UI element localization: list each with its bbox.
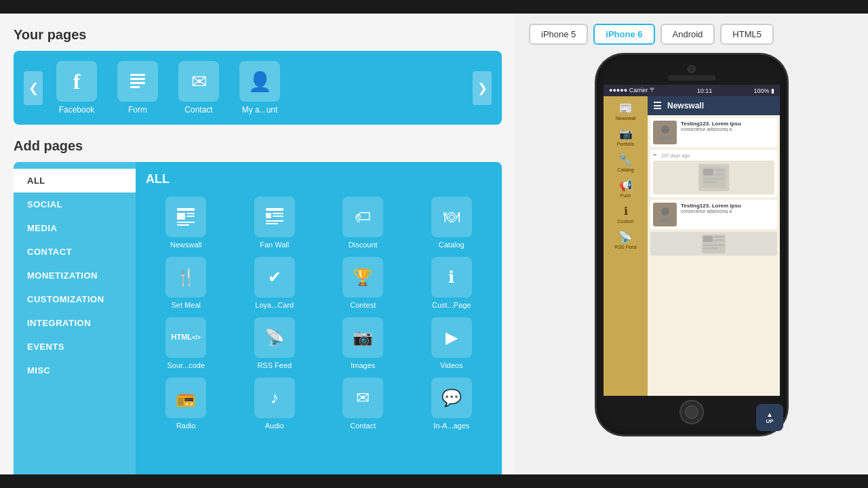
grid-sourcecode[interactable]: HTML</> Sour...code [146, 317, 226, 369]
category-social[interactable]: SOCIAL [14, 192, 136, 216]
page-facebook[interactable]: f Facebook [50, 61, 104, 115]
grid-images[interactable]: 📷 Images [323, 317, 403, 369]
grid-rssfeed[interactable]: 📡 RSS Feed [235, 317, 315, 369]
iphone5-btn[interactable]: iPhone 5 [529, 24, 588, 45]
discount-label: Discount [349, 241, 378, 249]
items-section-title: ALL [146, 172, 492, 186]
device-selector: iPhone 5 iPhone 6 Android HTML5 [529, 24, 774, 45]
sidebar-custom[interactable]: ℹ Custom [617, 205, 633, 224]
page-facebook-label: Facebook [59, 105, 95, 115]
svg-rect-15 [266, 223, 278, 224]
grid-videos[interactable]: ▶ Videos [412, 317, 492, 369]
top-bar [0, 0, 868, 14]
android-btn[interactable]: Android [660, 24, 715, 45]
news-item-2[interactable]: Testing123. Lorem ipsu consectetur adipi… [650, 200, 777, 229]
grid-audio[interactable]: ♪ Audio [235, 378, 315, 430]
news-desc-2: consectetur adipiscing a [681, 209, 774, 214]
newswall-label: Newswall [170, 241, 201, 249]
grid-contest[interactable]: 🏆 Contest [323, 257, 403, 309]
loyaltycard-label: Loya...Card [255, 301, 294, 309]
sourcecode-icon: HTML</> [165, 317, 206, 358]
add-pages-container: ALL SOCIAL MEDIA CONTACT MONETIZATION CU… [14, 162, 502, 474]
news-image-card-wrapper: ✏ 237 days ago [650, 150, 777, 197]
sidebar-portfolio-icon: 📷 [619, 127, 633, 140]
facebook-icon: f [56, 61, 97, 102]
category-customization[interactable]: CUSTOMIZATION [14, 287, 136, 311]
grid-newswall[interactable]: Newswall [146, 197, 226, 249]
grid-radio[interactable]: 📻 Radio [146, 378, 226, 430]
category-all[interactable]: ALL [14, 169, 136, 192]
sidebar-newswall-label: Newswall [616, 116, 636, 121]
news-item-1[interactable]: Testing123. Lorem ipsu consectetur adipi… [650, 118, 777, 147]
html5-btn[interactable]: HTML5 [720, 24, 774, 45]
svg-rect-19 [715, 169, 724, 171]
svg-rect-1 [130, 78, 145, 80]
svg-rect-26 [714, 236, 724, 238]
page-account[interactable]: 👤 My a...unt [233, 61, 287, 115]
items-panel: ALL [136, 162, 502, 474]
grid-discount[interactable]: 🏷 Discount [323, 197, 403, 249]
page-contact-label: Contact [184, 105, 212, 115]
sidebar-catalog[interactable]: 🔧 Catalog [617, 153, 633, 172]
setmeal-icon: 🍴 [165, 257, 206, 298]
svg-rect-3 [130, 86, 140, 88]
iphone6-btn[interactable]: iPhone 6 [593, 24, 654, 45]
svg-rect-27 [714, 239, 724, 241]
sourcecode-label: Sour...code [167, 361, 205, 369]
category-misc[interactable]: MISC [14, 359, 136, 382]
category-contact[interactable]: CONTACT [14, 240, 136, 264]
pages-next-btn[interactable]: ❯ [473, 71, 492, 105]
videos-icon: ▶ [431, 317, 472, 358]
sidebar-rss[interactable]: 📡 RSS Feed [614, 230, 636, 249]
news-thumb-2 [653, 203, 677, 226]
categories-panel: ALL SOCIAL MEDIA CONTACT MONETIZATION CU… [14, 162, 136, 474]
page-form[interactable]: Form [111, 61, 165, 115]
svg-point-16 [661, 125, 669, 134]
phone-speaker [668, 75, 715, 81]
rssfeed-icon: 📡 [254, 317, 295, 358]
category-integration[interactable]: INTEGRATION [14, 311, 136, 335]
sidebar-push[interactable]: 📢 Push [619, 179, 633, 198]
your-pages-title: Your pages [14, 27, 502, 43]
phone-main-content: ☰ Newswall Testing123 [648, 96, 780, 396]
grid-contact2[interactable]: ✉ Contact [323, 378, 403, 430]
sidebar-rss-icon: 📡 [618, 230, 632, 243]
pages-prev-btn[interactable]: ❮ [24, 71, 43, 105]
sidebar-newswall[interactable]: 📰 Newswall [616, 102, 636, 121]
phone-screen: 📰 Newswall 📷 Portfolio 🔧 Catalog [604, 96, 780, 396]
sidebar-rss-label: RSS Feed [614, 245, 636, 249]
grid-custpage[interactable]: ℹ Cust...Page [412, 257, 492, 309]
grid-catalog[interactable]: 🍽 Catalog [412, 197, 492, 249]
grid-loyaltycard[interactable]: ✔ Loya...Card [235, 257, 315, 309]
grid-setmeal[interactable]: 🍴 Set Meal [146, 257, 226, 309]
phone-status-bar: ●●●●● Carrier 〒 10:11 100% ▮ [604, 85, 780, 96]
svg-point-23 [661, 207, 669, 216]
news-date-row: ✏ 237 days ago [653, 152, 774, 158]
sidebar-portfolio-label: Portfolio [617, 142, 635, 146]
discount-icon: 🏷 [342, 197, 383, 237]
contact-icon: ✉ [178, 61, 219, 102]
svg-rect-4 [177, 208, 195, 211]
up-arrow-icon: ▲ [766, 411, 773, 418]
phone-sidebar: 📰 Newswall 📷 Portfolio 🔧 Catalog [604, 96, 648, 396]
grid-fanwall[interactable]: Fan Wall [235, 197, 315, 249]
category-media[interactable]: MEDIA [14, 216, 136, 240]
up-button[interactable]: ▲ UP [756, 404, 783, 431]
radio-icon: 📻 [165, 378, 206, 418]
phone-home-btn[interactable] [679, 400, 704, 424]
hamburger-icon: ☰ [653, 100, 662, 111]
grid-inappages[interactable]: 💬 In-A...ages [412, 378, 492, 430]
newswall-icon [165, 197, 206, 237]
svg-rect-20 [715, 173, 724, 176]
phone-camera [688, 65, 696, 73]
svg-rect-14 [266, 220, 283, 222]
category-monetization[interactable]: MONETIZATION [14, 264, 136, 287]
sidebar-portfolio[interactable]: 📷 Portfolio [617, 127, 635, 146]
sidebar-newswall-icon: 📰 [619, 102, 633, 115]
page-account-label: My a...unt [242, 105, 278, 115]
page-form-label: Form [128, 105, 147, 115]
page-contact[interactable]: ✉ Contact [172, 61, 226, 115]
add-pages-title: Add pages [14, 138, 502, 154]
category-events[interactable]: EVENTS [14, 335, 136, 359]
right-panel: iPhone 5 iPhone 6 Android HTML5 ●●●●● Ca… [515, 14, 868, 474]
